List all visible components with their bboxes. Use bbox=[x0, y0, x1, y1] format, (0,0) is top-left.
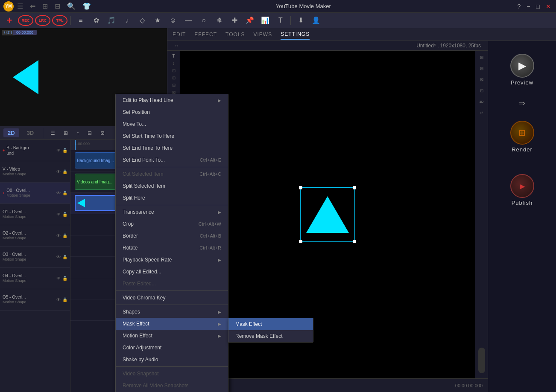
publish-button[interactable]: ▶ PUBLISH bbox=[510, 174, 534, 206]
edge-grid-3[interactable]: ⊠ bbox=[477, 75, 486, 84]
ctx-video-chroma[interactable]: Video Chroma Key bbox=[116, 292, 228, 304]
ctx-transparence[interactable]: Transparence ▶ bbox=[116, 206, 228, 218]
edge-3d[interactable]: 3D bbox=[477, 97, 486, 106]
help-btn[interactable]: ? bbox=[516, 3, 523, 10]
handle-tr[interactable] bbox=[353, 186, 356, 189]
ctx-mask-effect[interactable]: Mask Effect ▶ Mask Effect Remove Mask Ef… bbox=[116, 318, 228, 330]
close-btn[interactable]: ✕ bbox=[544, 3, 553, 10]
smiley-button[interactable]: ☺ bbox=[166, 14, 180, 27]
handle-bl[interactable] bbox=[299, 240, 302, 243]
tool-crop[interactable]: ⊞ bbox=[172, 75, 176, 80]
chart-button[interactable]: 📊 bbox=[258, 14, 272, 27]
tab-views[interactable]: VIEWS bbox=[253, 30, 272, 39]
ctx-copy-all[interactable]: Copy all Edited... bbox=[116, 266, 228, 278]
tab-tools[interactable]: TOOLS bbox=[225, 30, 245, 39]
maximize-btn[interactable]: □ bbox=[535, 3, 541, 10]
eye-icon-o2[interactable]: 👁 bbox=[56, 233, 61, 238]
mode-2d-btn[interactable]: 2D bbox=[3, 128, 19, 137]
lock-icon-o1[interactable]: 🔒 bbox=[62, 212, 67, 217]
edge-grid-1[interactable]: ⊞ bbox=[477, 52, 486, 62]
ctx-set-position[interactable]: Set Position bbox=[116, 106, 228, 118]
tool-scale[interactable]: ⊟ bbox=[172, 83, 176, 87]
timeline-up-btn[interactable]: ↑ bbox=[74, 129, 82, 137]
dash-button[interactable]: ― bbox=[181, 14, 195, 27]
ctx-split-selected[interactable]: Split Selected Item bbox=[116, 180, 228, 192]
timeline-grid-btn[interactable]: ⊞ bbox=[61, 129, 70, 137]
sub-remove-mask[interactable]: Remove Mask Effect bbox=[228, 330, 313, 342]
note-button[interactable]: ♪ bbox=[120, 14, 134, 27]
tab-settings[interactable]: SETTINGS bbox=[281, 29, 310, 40]
pin-button[interactable]: 📌 bbox=[243, 14, 257, 27]
ctx-color-adj[interactable]: Color Adjustment bbox=[116, 342, 228, 354]
lock-icon-o2[interactable]: 🔒 bbox=[62, 233, 67, 238]
diamond-button[interactable]: ◇ bbox=[135, 14, 149, 27]
mode-3d-btn[interactable]: 3D bbox=[23, 128, 38, 137]
eye-icon-bg[interactable]: 👁 bbox=[56, 148, 61, 153]
plus-button[interactable]: ✚ bbox=[228, 14, 241, 27]
person-button[interactable]: 👤 bbox=[309, 14, 323, 27]
timeline-list-btn[interactable]: ☰ bbox=[48, 129, 58, 137]
ctx-shapes[interactable]: Shapes ▶ bbox=[116, 306, 228, 318]
minimize-btn[interactable]: − bbox=[525, 3, 532, 10]
lock-icon-v[interactable]: 🔒 bbox=[62, 169, 67, 174]
list-button[interactable]: ≡ bbox=[74, 14, 88, 27]
arrow-right-btn[interactable]: ⇒ bbox=[519, 99, 525, 108]
eye-icon-v[interactable]: 👁 bbox=[56, 169, 61, 174]
ctx-playback-speed[interactable]: Playback Speed Rate ▶ bbox=[116, 254, 228, 266]
lock-icon-bg[interactable]: 🔒 bbox=[62, 148, 67, 153]
ctx-set-start[interactable]: Set Start Time To Here bbox=[116, 130, 228, 142]
scroll-bar[interactable] bbox=[478, 348, 485, 373]
ctx-crop[interactable]: Crop Ctrl+Alt+W bbox=[116, 218, 228, 230]
tool-box[interactable]: ⊡ bbox=[172, 68, 176, 73]
menu-icon[interactable]: ☰ bbox=[17, 2, 23, 10]
edge-return[interactable]: ↵ bbox=[477, 108, 486, 117]
eye-icon-o0[interactable]: 👁 bbox=[56, 191, 61, 195]
lock-icon-o0[interactable]: 🔒 bbox=[62, 191, 67, 195]
preview-button[interactable]: ▶ PREVIEW bbox=[510, 54, 534, 86]
tool-t[interactable]: T bbox=[172, 53, 175, 58]
sub-mask-effect[interactable]: Mask Effect bbox=[228, 318, 313, 330]
clip-o0[interactable] bbox=[75, 195, 117, 211]
ctx-motion-effect[interactable]: Motion Effect ▶ bbox=[116, 330, 228, 342]
tab-edit[interactable]: EDIT bbox=[173, 30, 186, 39]
playhead[interactable] bbox=[75, 140, 76, 150]
tab-effect[interactable]: EFFECT bbox=[194, 30, 217, 39]
shirt-icon[interactable]: 👕 bbox=[82, 2, 91, 10]
flower-button[interactable]: ✿ bbox=[89, 14, 103, 27]
ctx-rotate[interactable]: Rotate Ctrl+Alt+R bbox=[116, 242, 228, 254]
add-button[interactable]: + bbox=[3, 14, 16, 27]
eye-icon-o4[interactable]: 👁 bbox=[56, 276, 61, 281]
rec-button[interactable]: REC bbox=[18, 15, 33, 26]
ctx-move-to[interactable]: Move To... bbox=[116, 118, 228, 130]
ctx-edit-to-play[interactable]: Edit to Play Head Line ▶ bbox=[116, 94, 228, 106]
grid-icon[interactable]: ⊞ bbox=[42, 2, 48, 10]
lock-icon-o4[interactable]: 🔒 bbox=[62, 276, 67, 281]
ctx-border[interactable]: Border Ctrl+Alt+B bbox=[116, 230, 228, 242]
ctx-split-here[interactable]: Split Here bbox=[116, 192, 228, 204]
timeline-expand-btn[interactable]: ⊟ bbox=[85, 129, 94, 137]
download-button[interactable]: ⬇ bbox=[294, 14, 307, 27]
lock-icon-o5[interactable]: 🔒 bbox=[62, 297, 67, 302]
eye-icon-o1[interactable]: 👁 bbox=[56, 212, 61, 217]
search-icon[interactable]: 🔍 bbox=[67, 2, 76, 10]
tool-arrow[interactable]: ↕ bbox=[173, 61, 175, 66]
audio-button[interactable]: 🎵 bbox=[105, 14, 118, 27]
text-button[interactable]: T bbox=[274, 14, 287, 27]
add-o0-icon[interactable]: + bbox=[3, 191, 5, 195]
back-icon[interactable]: ⬅ bbox=[30, 2, 35, 10]
star-button[interactable]: ★ bbox=[151, 14, 164, 27]
ctx-set-end[interactable]: Set End Time To Here bbox=[116, 142, 228, 154]
lock-icon-o3[interactable]: 🔒 bbox=[62, 255, 67, 259]
ctx-set-end-point[interactable]: Set End Point To... Ctrl+Alt+E bbox=[116, 154, 228, 166]
handle-br[interactable] bbox=[353, 240, 356, 243]
selected-shape-box[interactable] bbox=[300, 187, 355, 242]
snowflake-button[interactable]: ❄ bbox=[212, 14, 226, 27]
circle-button[interactable]: ○ bbox=[197, 14, 211, 27]
tpl-button[interactable]: TPL bbox=[52, 15, 67, 26]
eye-icon-o3[interactable]: 👁 bbox=[56, 255, 61, 259]
ctx-shake-audio[interactable]: Shake by Audio bbox=[116, 354, 228, 366]
timeline-collapse-btn[interactable]: ⊠ bbox=[98, 129, 107, 137]
edge-grid-4[interactable]: ⊡ bbox=[477, 86, 486, 95]
add-track-icon[interactable]: + bbox=[3, 148, 5, 153]
eye-icon-o5[interactable]: 👁 bbox=[56, 297, 61, 302]
